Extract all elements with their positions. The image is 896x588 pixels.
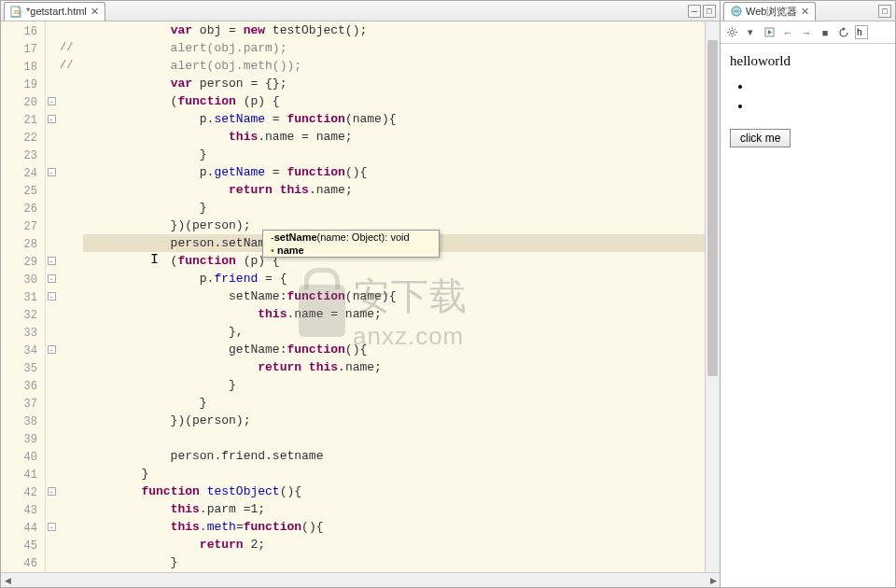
comment-column: //// <box>57 21 79 572</box>
minimize-icon[interactable]: ─ <box>688 5 701 18</box>
go-icon[interactable] <box>762 25 777 40</box>
editor-tab[interactable]: JS *getstart.html ✕ <box>4 2 105 21</box>
scroll-thumb[interactable] <box>707 40 718 376</box>
globe-icon <box>730 6 742 18</box>
editor-pane: JS *getstart.html ✕ ─ □ 1617181920212223… <box>0 0 721 588</box>
horizontal-scrollbar[interactable]: ◀ ▶ <box>1 572 720 587</box>
vertical-scrollbar[interactable] <box>705 21 720 572</box>
browser-content: helloworld click me <box>721 44 895 587</box>
fold-column[interactable]: --------- <box>46 21 57 572</box>
svg-line-10 <box>728 35 729 35</box>
url-field[interactable] <box>855 25 868 39</box>
browser-tab[interactable]: Web浏览器 ✕ <box>723 2 816 21</box>
refresh-icon[interactable] <box>836 25 851 40</box>
completion-item[interactable]: • name <box>263 244 439 257</box>
browser-pane: Web浏览器 ✕ □ ▾ ← → ■ helloworld click me <box>721 0 896 588</box>
browser-window-controls: □ <box>878 5 895 18</box>
completion-popup[interactable]: -setName(name: Object): void • name <box>262 230 440 258</box>
scroll-right-icon[interactable]: ▶ <box>707 574 720 587</box>
browser-tab-bar: Web浏览器 ✕ □ <box>721 1 895 21</box>
browser-tab-title: Web浏览器 <box>746 5 797 19</box>
close-icon[interactable]: ✕ <box>91 6 99 18</box>
code-area[interactable]: 1617181920212223242526272829303132333435… <box>1 21 720 572</box>
bullet-list <box>752 78 886 114</box>
click-me-button[interactable]: click me <box>730 129 791 147</box>
gear-icon[interactable] <box>724 25 739 40</box>
completion-item[interactable]: -setName(name: Object): void <box>263 231 439 244</box>
list-item <box>752 98 886 114</box>
js-file-icon: JS <box>10 6 22 18</box>
maximize-icon[interactable]: □ <box>878 5 891 18</box>
svg-line-11 <box>734 29 735 30</box>
svg-point-3 <box>730 31 734 35</box>
forward-icon[interactable]: → <box>799 25 814 40</box>
svg-line-8 <box>728 29 729 30</box>
page-heading: helloworld <box>730 53 886 69</box>
list-item <box>752 78 886 94</box>
scroll-left-icon[interactable]: ◀ <box>1 574 14 587</box>
stop-icon[interactable]: ■ <box>818 25 833 40</box>
back-icon[interactable]: ← <box>780 25 795 40</box>
svg-line-9 <box>734 35 735 35</box>
editor-tab-title: *getstart.html <box>26 6 87 17</box>
editor-window-controls: ─ □ <box>688 5 720 18</box>
chevron-down-icon[interactable]: ▾ <box>743 25 758 40</box>
editor-tab-bar: JS *getstart.html ✕ ─ □ <box>1 1 720 21</box>
svg-text:JS: JS <box>13 9 20 15</box>
maximize-icon[interactable]: □ <box>703 5 716 18</box>
line-gutter: 1617181920212223242526272829303132333435… <box>1 21 46 572</box>
code-lines[interactable]: var obj = new testObject(); alert(obj.pa… <box>79 21 705 572</box>
close-icon[interactable]: ✕ <box>801 6 809 18</box>
browser-toolbar: ▾ ← → ■ <box>721 21 895 44</box>
